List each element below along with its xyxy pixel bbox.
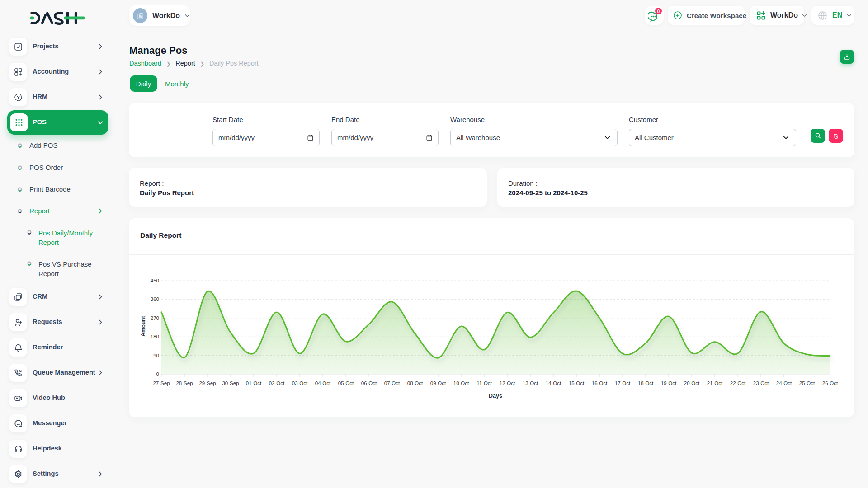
svg-text:10-Oct: 10-Oct [453, 380, 469, 386]
svg-text:270: 270 [151, 315, 159, 321]
svg-text:18-Oct: 18-Oct [638, 380, 654, 386]
svg-text:Days: Days [489, 393, 502, 399]
svg-text:180: 180 [151, 334, 159, 339]
svg-text:13-Oct: 13-Oct [523, 380, 538, 386]
svg-text:15-Oct: 15-Oct [569, 380, 585, 386]
svg-text:08-Oct: 08-Oct [407, 380, 423, 386]
svg-text:30-Sep: 30-Sep [222, 380, 239, 386]
svg-text:450: 450 [151, 278, 159, 283]
svg-text:360: 360 [151, 296, 159, 302]
svg-text:22-Oct: 22-Oct [730, 380, 746, 386]
svg-text:27-Sep: 27-Sep [153, 380, 170, 386]
svg-text:17-Oct: 17-Oct [615, 380, 631, 386]
svg-text:90: 90 [153, 353, 159, 358]
svg-text:16-Oct: 16-Oct [592, 380, 608, 386]
svg-text:12-Oct: 12-Oct [500, 380, 515, 386]
svg-text:26-Oct: 26-Oct [822, 380, 838, 386]
svg-text:06-Oct: 06-Oct [361, 380, 377, 386]
svg-text:19-Oct: 19-Oct [661, 380, 677, 386]
svg-text:0: 0 [156, 371, 159, 377]
svg-text:03-Oct: 03-Oct [292, 380, 308, 386]
svg-text:23-Oct: 23-Oct [753, 380, 769, 386]
svg-text:01-Oct: 01-Oct [246, 380, 262, 386]
svg-text:24-Oct: 24-Oct [776, 380, 792, 386]
svg-text:Amount: Amount [140, 316, 146, 336]
svg-text:05-Oct: 05-Oct [338, 380, 354, 386]
svg-text:20-Oct: 20-Oct [684, 380, 700, 386]
svg-text:14-Oct: 14-Oct [546, 380, 561, 386]
svg-text:29-Sep: 29-Sep [199, 380, 216, 386]
svg-text:11-Oct: 11-Oct [476, 380, 492, 386]
svg-text:28-Sep: 28-Sep [176, 380, 193, 386]
svg-text:25-Oct: 25-Oct [799, 380, 815, 386]
svg-text:04-Oct: 04-Oct [315, 380, 331, 386]
svg-text:02-Oct: 02-Oct [269, 380, 285, 386]
svg-text:09-Oct: 09-Oct [430, 380, 446, 386]
svg-text:21-Oct: 21-Oct [707, 380, 723, 386]
svg-text:07-Oct: 07-Oct [384, 380, 400, 386]
